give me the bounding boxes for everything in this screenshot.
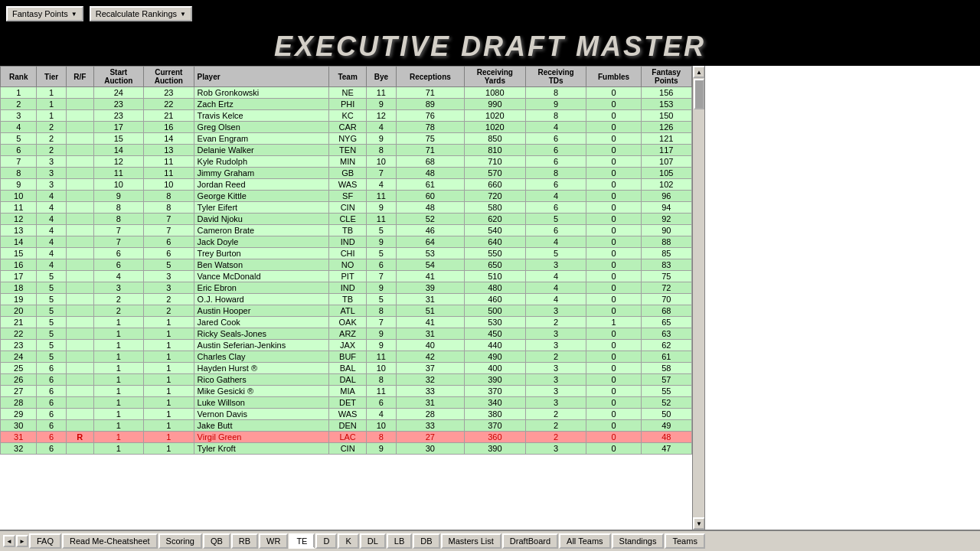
tab-wr[interactable]: WR: [259, 533, 288, 549]
tab-d[interactable]: D: [315, 533, 337, 549]
table-row: 30611Jake ButtDEN10333702049: [1, 420, 692, 432]
tab-dl[interactable]: DL: [360, 533, 386, 549]
tab-faq[interactable]: FAQ: [29, 533, 61, 549]
table-cell: 3: [37, 168, 67, 179]
table-cell: 0: [586, 409, 641, 420]
table-cell: Trey Burton: [194, 248, 329, 259]
table-cell: 4: [525, 191, 586, 202]
table-cell: KC: [329, 110, 367, 122]
tab-k[interactable]: K: [338, 533, 358, 549]
table-cell: 1: [37, 110, 67, 122]
recalculate-dropdown[interactable]: Recalculate Rankings ▼: [90, 6, 192, 21]
col-team: Team: [329, 67, 367, 87]
table-cell: 0: [586, 191, 641, 202]
table-cell: 0: [586, 87, 641, 99]
table-row: 17543Vance McDonaldPIT7415104075: [1, 271, 692, 282]
right-panel: [704, 66, 980, 530]
top-bar: Fantasy Points ▼ Recalculate Rankings ▼: [0, 0, 980, 28]
tab-read-me-cheatsheet[interactable]: Read Me-Cheatsheet: [62, 533, 158, 549]
tab-draftboard[interactable]: DraftBoard: [502, 533, 558, 549]
table-container[interactable]: Rank Tier R/F StartAuction CurrentAuctio…: [0, 66, 692, 530]
table-cell: 810: [464, 145, 525, 156]
table-cell: 0: [586, 110, 641, 122]
table-cell: [66, 110, 93, 122]
tab-all-teams[interactable]: All Teams: [559, 533, 610, 549]
col-rank: Rank: [1, 67, 37, 87]
table-row: 25611Hayden Hurst ®BAL10374003058: [1, 363, 692, 374]
table-cell: 0: [586, 99, 641, 110]
fantasy-points-dropdown[interactable]: Fantasy Points ▼: [6, 6, 83, 21]
table-cell: [66, 202, 93, 214]
tab-rb[interactable]: RB: [231, 533, 258, 549]
tab-scroll-right[interactable]: ►: [16, 535, 28, 547]
table-cell: 340: [464, 397, 525, 409]
table-cell: 1: [144, 328, 194, 340]
table-cell: 1: [93, 386, 144, 397]
table-cell: 4: [1, 122, 37, 133]
table-cell: 21: [144, 110, 194, 122]
table-cell: MIA: [329, 386, 367, 397]
table-cell: 121: [641, 133, 691, 145]
table-cell: 4: [525, 271, 586, 282]
scroll-up-btn[interactable]: ▲: [693, 66, 705, 78]
tab-db[interactable]: DB: [413, 533, 439, 549]
table-cell: 33: [396, 420, 464, 432]
table-row: 29611Vernon DavisWAS4283802050: [1, 409, 692, 420]
table-cell: 0: [586, 374, 641, 386]
table-cell: 1: [93, 443, 144, 455]
table-row: 316R11Virgil GreenLAC8273602048: [1, 432, 692, 443]
table-cell: 1: [144, 351, 194, 363]
table-cell: 11: [366, 351, 396, 363]
table-cell: 2: [93, 294, 144, 305]
table-cell: Vance McDonald: [194, 271, 329, 282]
tab-te[interactable]: TE: [289, 533, 315, 549]
table-cell: [66, 191, 93, 202]
table-cell: 48: [396, 168, 464, 179]
table-cell: 31: [1, 432, 37, 443]
tab-teams[interactable]: Teams: [665, 533, 704, 549]
table-cell: 30: [1, 420, 37, 432]
tab-qb[interactable]: QB: [203, 533, 230, 549]
table-cell: GB: [329, 168, 367, 179]
table-cell: 1: [37, 87, 67, 99]
table-cell: 390: [464, 374, 525, 386]
table-cell: LAC: [329, 432, 367, 443]
table-cell: 0: [586, 420, 641, 432]
table-cell: 0: [586, 363, 641, 374]
scrollbar-thumb[interactable]: [694, 79, 704, 109]
table-cell: 530: [464, 317, 525, 328]
table-cell: 11: [366, 191, 396, 202]
table-cell: Eric Ebron: [194, 282, 329, 294]
tab-scoring[interactable]: Scoring: [158, 533, 202, 549]
table-cell: Jared Cook: [194, 317, 329, 328]
tab-scroll-left[interactable]: ◄: [3, 535, 15, 547]
table-cell: [66, 236, 93, 248]
table-cell: 2: [525, 351, 586, 363]
content-area: Rank Tier R/F StartAuction CurrentAuctio…: [0, 66, 980, 530]
table-cell: 57: [641, 374, 691, 386]
table-cell: 4: [37, 236, 67, 248]
tab-standings[interactable]: Standings: [612, 533, 665, 549]
table-cell: 18: [1, 282, 37, 294]
table-cell: 1: [93, 328, 144, 340]
vertical-scrollbar[interactable]: ▲ ▼: [692, 66, 704, 530]
table-cell: 3: [525, 363, 586, 374]
tab-masters-list[interactable]: Masters List: [441, 533, 501, 549]
table-cell: 7: [93, 225, 144, 236]
table-cell: 105: [641, 168, 691, 179]
col-start-auction: StartAuction: [93, 67, 144, 87]
table-cell: PIT: [329, 271, 367, 282]
table-cell: 0: [586, 305, 641, 317]
table-cell: 1: [144, 317, 194, 328]
table-cell: 0: [586, 179, 641, 191]
scroll-down-btn[interactable]: ▼: [693, 517, 705, 530]
table-cell: [66, 214, 93, 225]
table-cell: 0: [586, 340, 641, 351]
table-cell: Kyle Rudolph: [194, 156, 329, 168]
col-receptions: Receptions: [396, 67, 464, 87]
table-row: 24511Charles ClayBUF11424902061: [1, 351, 692, 363]
table-cell: MIN: [329, 156, 367, 168]
table-cell: 0: [586, 122, 641, 133]
tab-lb[interactable]: LB: [387, 533, 412, 549]
table-cell: 39: [396, 282, 464, 294]
